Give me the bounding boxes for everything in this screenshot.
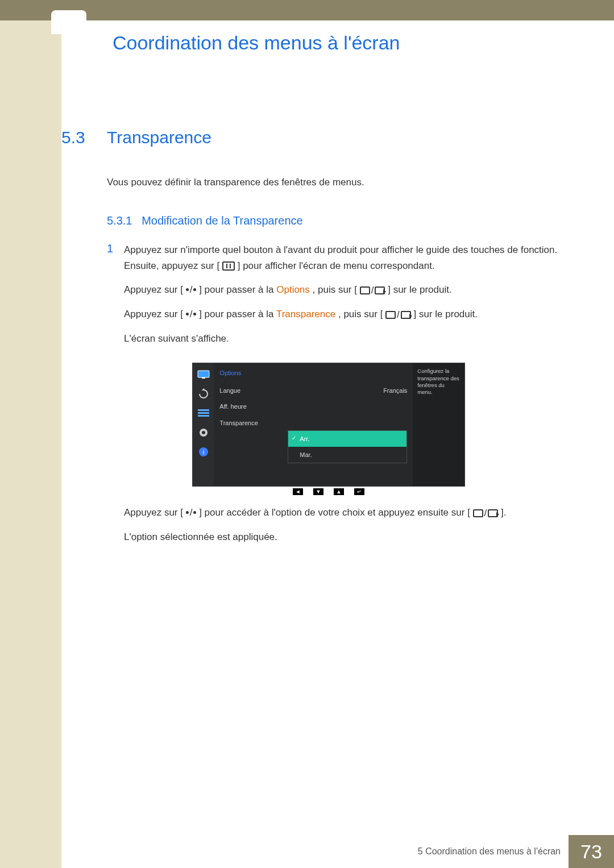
footer-gutter bbox=[0, 835, 61, 868]
menu-icon bbox=[222, 261, 235, 271]
text-fragment: ] sur le produit. bbox=[414, 309, 478, 319]
osd-row-aff-heure: Aff. heure bbox=[219, 398, 407, 414]
gear-icon bbox=[197, 427, 210, 438]
page-content: Coordination des menus à l'écran 5.3 Tra… bbox=[61, 20, 614, 835]
subsection-title: Modification de la Transparence bbox=[142, 214, 303, 227]
enter-source-icon-pair: / bbox=[473, 505, 499, 521]
osd-option-off: Arr. bbox=[288, 431, 406, 447]
osd-main-panel: Options Langue Français Aff. heure Trans… bbox=[214, 363, 413, 486]
step-number: 1 bbox=[107, 242, 124, 545]
text-fragment: ] pour passer à la bbox=[199, 284, 276, 295]
text-fragment: ] pour passer à la bbox=[199, 309, 276, 319]
footer-chapter: 5 Coordination des menus à l'écran bbox=[418, 846, 569, 857]
text-fragment: ] pour afficher l'écran de menu correspo… bbox=[238, 260, 435, 271]
subsection-header: 5.3.1 Modification de la Transparence bbox=[107, 214, 580, 227]
page-footer: 5 Coordination des menus à l'écran 73 bbox=[0, 835, 614, 868]
list-icon bbox=[197, 408, 210, 419]
text-fragment: L'écran suivant s'affiche. bbox=[124, 331, 580, 347]
document-title: Coordination des menus à l'écran bbox=[113, 32, 580, 54]
nav-left-icon: ◄ bbox=[293, 488, 303, 495]
highlight-transparence: Transparence bbox=[276, 309, 335, 319]
footer-page-number: 73 bbox=[569, 835, 614, 868]
dot-icon bbox=[193, 511, 196, 514]
section-title: Transparence bbox=[107, 128, 211, 147]
svg-text:i: i bbox=[202, 448, 204, 455]
osd-screenshot: i Options Langue Français Aff. heure bbox=[192, 363, 465, 497]
enter-source-icon-pair: / bbox=[360, 283, 385, 298]
text-fragment: Appuyez sur [ bbox=[124, 309, 183, 319]
info-icon: i bbox=[197, 446, 210, 458]
text-fragment: , puis sur [ bbox=[313, 284, 357, 295]
osd-help-panel: Configurez la transparence des fenêtres … bbox=[413, 363, 464, 486]
nav-up-icon: ▲ bbox=[334, 488, 344, 495]
enter-source-icon-pair: / bbox=[385, 307, 411, 323]
top-band bbox=[0, 0, 614, 20]
osd-window: i Options Langue Français Aff. heure bbox=[192, 363, 465, 487]
osd-row-transparence: Transparence bbox=[219, 415, 407, 428]
left-gutter bbox=[0, 20, 61, 868]
osd-nav-bar: ◄ ▼ ▲ ↵ bbox=[192, 487, 465, 497]
text-fragment: , puis sur [ bbox=[338, 309, 383, 319]
step-text: Appuyez sur n'importe quel bouton à l'av… bbox=[124, 242, 580, 545]
text-fragment: Appuyez sur [ bbox=[124, 507, 183, 518]
section-header: 5.3 Transparence bbox=[61, 128, 580, 147]
osd-label: Aff. heure bbox=[219, 401, 247, 412]
text-fragment: ] sur le produit. bbox=[388, 284, 451, 295]
svg-rect-4 bbox=[198, 415, 209, 417]
svg-rect-2 bbox=[198, 409, 209, 411]
osd-row-langue: Langue Français bbox=[219, 383, 407, 398]
osd-label: Transparence bbox=[219, 418, 258, 428]
nav-enter-icon: ↵ bbox=[354, 488, 364, 495]
section-intro: Vous pouvez définir la transparence des … bbox=[107, 177, 580, 188]
osd-sidebar: i bbox=[193, 363, 214, 486]
text-fragment: Appuyez sur [ bbox=[124, 284, 183, 295]
dot-icon bbox=[193, 288, 196, 291]
step-1: 1 Appuyez sur n'importe quel bouton à l'… bbox=[107, 242, 580, 545]
highlight-options: Options bbox=[276, 284, 310, 295]
text-fragment: ] pour accéder à l'option de votre choix… bbox=[199, 507, 470, 518]
svg-point-6 bbox=[202, 431, 205, 434]
osd-menu-title: Options bbox=[219, 368, 407, 378]
section-number: 5.3 bbox=[61, 128, 107, 147]
svg-rect-0 bbox=[198, 371, 209, 377]
dot-icon bbox=[193, 313, 196, 315]
dot-icon bbox=[186, 313, 189, 315]
rotate-icon bbox=[197, 388, 210, 400]
steps-list: 1 Appuyez sur n'importe quel bouton à l'… bbox=[107, 242, 580, 545]
text-fragment: L'option sélectionnée est appliquée. bbox=[124, 529, 580, 545]
osd-label: Langue bbox=[219, 385, 240, 396]
osd-value: Français bbox=[383, 385, 407, 396]
monitor-icon bbox=[197, 369, 210, 380]
nav-down-icon: ▼ bbox=[313, 488, 323, 495]
text-fragment: ]. bbox=[501, 507, 506, 518]
dot-icon bbox=[186, 511, 189, 514]
svg-rect-3 bbox=[198, 412, 209, 414]
dot-icon bbox=[186, 288, 189, 291]
osd-dropdown: Arr. Mar. bbox=[288, 430, 407, 463]
subsection-number: 5.3.1 bbox=[107, 214, 132, 227]
osd-option-on: Mar. bbox=[288, 447, 406, 463]
svg-rect-1 bbox=[202, 377, 205, 379]
